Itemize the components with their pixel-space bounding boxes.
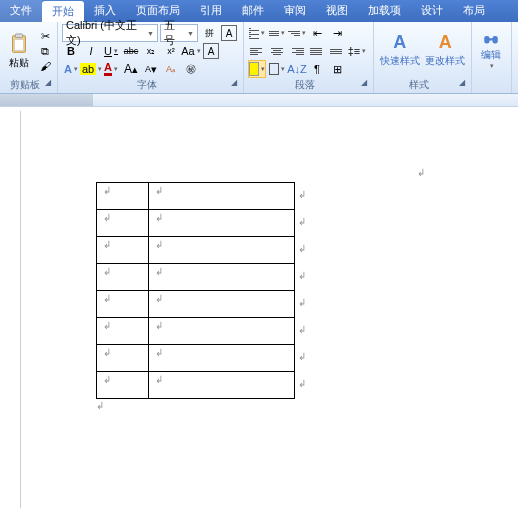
shrink-font-button[interactable]: A▾ (142, 60, 160, 78)
phonetic-guide-button[interactable]: 拼 (200, 24, 218, 42)
align-center-button[interactable] (268, 42, 286, 60)
table-cell[interactable]: ↲↲ (149, 183, 295, 210)
font-name-combo[interactable]: Calibri (中文正文)▼ (62, 24, 158, 42)
document-table[interactable]: ↲↲↲↲↲↲↲↲↲↲↲↲↲↲↲↲↲↲↲↲↲↲↲↲ (96, 182, 295, 399)
styles-dialog-launcher[interactable]: ◢ (459, 78, 465, 87)
tab-review[interactable]: 审阅 (274, 0, 316, 22)
table-cell[interactable]: ↲ (97, 210, 149, 237)
table-row[interactable]: ↲↲↲ (97, 264, 295, 291)
document-page[interactable]: ↲ ↲↲↲↲↲↲↲↲↲↲↲↲↲↲↲↲↲↲↲↲↲↲↲↲ ↲ (20, 111, 518, 508)
quick-styles-icon: A (393, 32, 406, 53)
sort-button[interactable]: A↓Z (288, 60, 306, 78)
font-group-label: 字体 (137, 79, 157, 90)
change-styles-icon: A (439, 32, 452, 53)
table-cell[interactable]: ↲ (97, 372, 149, 399)
table-row[interactable]: ↲↲↲ (97, 183, 295, 210)
table-cell[interactable]: ↲ (97, 318, 149, 345)
tab-design[interactable]: 设计 (411, 0, 453, 22)
multilevel-icon (288, 26, 300, 40)
bullets-button[interactable]: ▾ (248, 24, 266, 42)
chevron-down-icon: ▾ (114, 47, 118, 55)
highlight-button[interactable]: ab▾ (82, 60, 100, 78)
snap-grid-button[interactable]: ⊞ (328, 60, 346, 78)
bold-button[interactable]: B (62, 42, 80, 60)
table-cell[interactable]: ↲↲ (149, 237, 295, 264)
borders-button[interactable]: ▾ (268, 60, 286, 78)
superscript-button[interactable]: x² (162, 42, 180, 60)
table-row[interactable]: ↲↲↲ (97, 237, 295, 264)
tab-table-layout[interactable]: 布局 (453, 0, 495, 22)
clipboard-dialog-launcher[interactable]: ◢ (45, 78, 51, 87)
table-row[interactable]: ↲↲↲ (97, 210, 295, 237)
indent-inc-button[interactable]: ⇥ (328, 24, 346, 42)
font-color-button[interactable]: A▾ (102, 60, 120, 78)
align-left-button[interactable] (248, 42, 266, 60)
change-styles-label: 更改样式 (425, 54, 465, 68)
align-right-button[interactable] (288, 42, 306, 60)
format-painter-button[interactable]: 🖌 (37, 59, 53, 73)
align-justify-button[interactable] (308, 42, 326, 60)
text-effects-button[interactable]: A▾ (62, 60, 80, 78)
numbering-button[interactable]: ▾ (268, 24, 286, 42)
char-border-button[interactable]: A (220, 24, 238, 42)
grow-font-button[interactable]: A▴ (122, 60, 140, 78)
table-row[interactable]: ↲↲↲ (97, 291, 295, 318)
font-size-combo[interactable]: 五号▼ (160, 24, 198, 42)
group-clipboard: 粘贴 ✂ ⧉ 🖌 剪贴板◢ (0, 22, 58, 93)
table-row[interactable]: ↲↲↲ (97, 318, 295, 345)
align-dist-button[interactable] (328, 42, 346, 60)
tab-mailings[interactable]: 邮件 (232, 0, 274, 22)
copy-button[interactable]: ⧉ (37, 44, 53, 58)
table-cell[interactable]: ↲ (97, 345, 149, 372)
paragraph-dialog-launcher[interactable]: ◢ (361, 78, 367, 87)
align-dist-icon (330, 44, 344, 58)
chevron-down-icon: ▾ (114, 65, 118, 73)
table-cell[interactable]: ↲↲ (149, 264, 295, 291)
table-cell[interactable]: ↲ (97, 264, 149, 291)
table-row[interactable]: ↲↲↲ (97, 372, 295, 399)
tab-view[interactable]: 视图 (316, 0, 358, 22)
underline-button[interactable]: U▾ (102, 42, 120, 60)
enclose-char-button[interactable]: ㊙ (182, 60, 200, 78)
table-cell[interactable]: ↲↲ (149, 210, 295, 237)
strike-button[interactable]: abc (122, 42, 140, 60)
clear-format-button[interactable]: Aₐ (162, 60, 180, 78)
italic-button[interactable]: I (82, 42, 100, 60)
indent-dec-button[interactable]: ⇤ (308, 24, 326, 42)
font-dialog-launcher[interactable]: ◢ (231, 78, 237, 87)
document-viewport[interactable]: ↲ ↲↲↲↲↲↲↲↲↲↲↲↲↲↲↲↲↲↲↲↲↲↲↲↲ ↲ (0, 107, 518, 508)
table-cell[interactable]: ↲↲ (149, 372, 295, 399)
shrink-font-icon: A (145, 64, 151, 74)
table-cell[interactable]: ↲ (97, 291, 149, 318)
align-justify-icon (310, 44, 324, 58)
table-cell[interactable]: ↲↲ (149, 291, 295, 318)
char-shading-button[interactable]: A (202, 42, 220, 60)
change-case-button[interactable]: Aa▾ (182, 42, 200, 60)
table-cell[interactable]: ↲ (97, 183, 149, 210)
paste-button[interactable]: 粘贴 (4, 31, 33, 71)
change-styles-button[interactable]: A 更改样式 (424, 29, 468, 71)
quick-styles-button[interactable]: A 快速样式 (378, 29, 422, 71)
horizontal-ruler[interactable] (0, 94, 518, 107)
table-cell[interactable]: ↲ (97, 237, 149, 264)
chevron-down-icon: ▼ (187, 30, 194, 37)
multilevel-button[interactable]: ▾ (288, 24, 306, 42)
subscript-button[interactable]: x₂ (142, 42, 160, 60)
editing-button[interactable]: 编辑 ▾ (476, 29, 506, 71)
table-cell[interactable]: ↲↲ (149, 345, 295, 372)
shading-button[interactable]: ▾ (248, 60, 266, 78)
indent-icon: ⇥ (333, 27, 342, 40)
tab-references[interactable]: 引用 (190, 0, 232, 22)
tab-file[interactable]: 文件 (0, 0, 42, 22)
ruler-margin (0, 94, 93, 106)
cut-button[interactable]: ✂ (37, 29, 53, 43)
table-cell[interactable]: ↲↲ (149, 318, 295, 345)
show-marks-button[interactable]: ¶ (308, 60, 326, 78)
tab-addins[interactable]: 加载项 (358, 0, 411, 22)
chevron-down-icon: ▼ (147, 30, 154, 37)
table-row[interactable]: ↲↲↲ (97, 345, 295, 372)
line-spacing-button[interactable]: ‡≡▾ (348, 42, 366, 60)
chevron-down-icon: ▾ (281, 65, 285, 73)
row-end-mark: ↲ (298, 216, 306, 227)
clipboard-group-label: 剪贴板 (10, 79, 40, 90)
